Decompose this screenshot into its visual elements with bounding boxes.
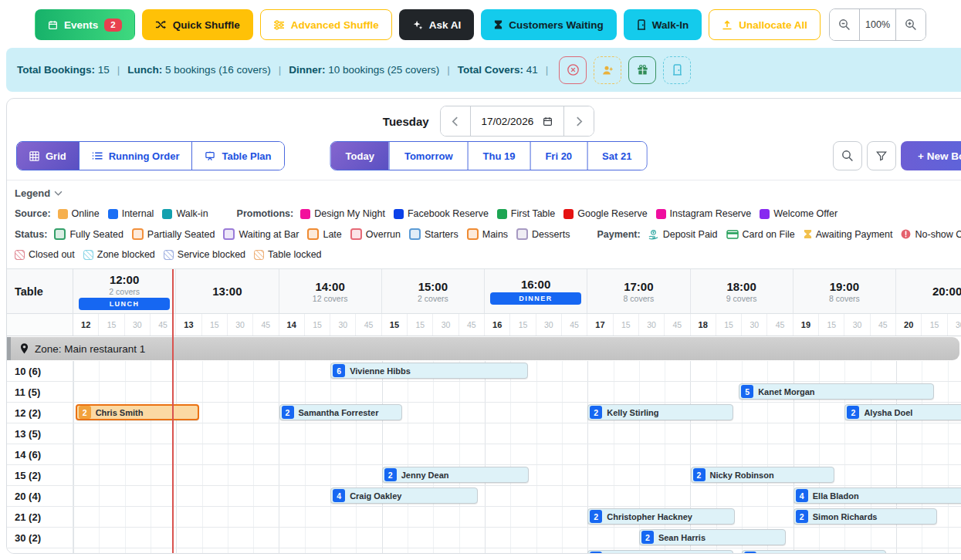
party-size-badge: 4 (333, 489, 345, 502)
events-button[interactable]: Events 2 (35, 9, 135, 40)
booking-bar-christopher-hackney[interactable]: 2Christopher Hackney (587, 508, 735, 525)
table-label-11-5: 11 (5) (7, 382, 73, 402)
ask-ai-button[interactable]: Ask AI (399, 9, 475, 40)
party-size-badge: 2 (744, 552, 756, 554)
waiting-at-bar-swatch (223, 228, 235, 240)
legend-item-overrun: Overrun (350, 228, 401, 240)
booking-bar-vivienne-hibbs[interactable]: 6Vivienne Hibbs (330, 363, 528, 379)
guest-name: Simon Richards (813, 512, 878, 521)
table-row-14-6: 14 (6) (7, 444, 961, 465)
party-size-badge: 2 (384, 468, 397, 481)
door-icon (672, 64, 682, 76)
date-value: 17/02/2026 (482, 116, 534, 127)
booking-bar-craig-oakley[interactable]: 4Craig Oakley (330, 487, 478, 504)
tab-fri-20[interactable]: Fri 20 (530, 142, 587, 170)
table-column-header: Table (7, 269, 73, 313)
booking-bar-nicky-robinson[interactable]: 2Nicky Robinson (691, 467, 835, 483)
filter-button[interactable] (867, 141, 896, 170)
guest-name: Vivienne Hibbs (350, 366, 411, 376)
table-row-11-5: 11 (5)5Kanet Morgan (7, 382, 961, 403)
total-covers-stat: Total Covers: 41 (458, 64, 538, 76)
booking-bar-ella-bladon[interactable]: 4Ella Bladon (794, 487, 961, 504)
lunch-service-pill: LUNCH (79, 298, 170, 310)
legend-item-fully-seated: Fully Seated (54, 228, 123, 240)
walk-in-button[interactable]: Walk-In (624, 9, 702, 40)
booking-bar-chris-smith[interactable]: 2Chris Smith (76, 404, 199, 420)
design-my-night-swatch (300, 209, 310, 219)
guest-name: Christopher Hackney (607, 512, 692, 521)
tab-sat-21[interactable]: Sat 21 (587, 142, 646, 170)
hour-header-18: 18:009 covers (691, 269, 794, 313)
party-size-badge: 2 (847, 406, 859, 419)
sliders-icon (273, 20, 285, 30)
gift-filter-button[interactable] (628, 56, 656, 84)
walk-in-guests-filter-button[interactable] (594, 56, 621, 84)
starters-swatch (409, 228, 421, 240)
partially-seated-swatch (132, 228, 144, 240)
grid-tick-row: 1215304513153045141530451515304516153045… (7, 314, 961, 336)
booking-bar-shelley-meredith[interactable]: 2Shelley Meredith (742, 550, 886, 554)
zone-blocked-swatch (83, 250, 93, 260)
zoom-level: 100% (859, 9, 896, 40)
table-label-12-2: 12 (2) (7, 403, 73, 423)
tab-table-plan[interactable]: Table Plan (191, 142, 283, 170)
card-icon (726, 230, 739, 239)
unallocate-all-button[interactable]: Unallocate All (709, 9, 821, 40)
closed-out-filter-button[interactable] (559, 56, 587, 84)
legend-blocked-row: Closed outZone blockedService blockedTab… (15, 249, 961, 260)
quick-shuffle-button[interactable]: Quick Shuffle (142, 9, 253, 40)
mains-swatch (467, 228, 479, 240)
booking-bar-samantha-forrester[interactable]: 2Samantha Forrester (279, 404, 403, 420)
calendar-icon (543, 116, 553, 127)
legend-toggle[interactable]: Legend (15, 187, 961, 199)
internal-swatch (108, 209, 118, 219)
party-size-badge: 2 (590, 552, 602, 554)
table-label-13-5: 13 (5) (7, 423, 73, 444)
tab-today[interactable]: Today (331, 142, 389, 170)
legend-item-welcome-offer: Welcome Offer (760, 208, 837, 219)
search-button[interactable] (833, 141, 862, 170)
legend-item-internal: Internal (108, 208, 154, 219)
shuffle-icon (155, 19, 167, 30)
door-icon (637, 19, 646, 30)
legend-source-promotions-row: Source: OnlineInternalWalk-in Promotions… (15, 208, 961, 219)
booking-bar-alysha-doel[interactable]: 2Alysha Doel (844, 404, 961, 420)
dinner-stat: Dinner: 10 bookings (25 covers) (289, 64, 439, 76)
booking-bar-simon-richards[interactable]: 2Simon Richards (794, 508, 938, 525)
legend-item-design-my-night: Design My Night (300, 208, 385, 219)
legend-item-walk-in: Walk-in (162, 208, 208, 219)
guest-name: Shelley Meredith (761, 554, 828, 555)
chevron-down-icon (54, 191, 63, 196)
booking-bar-jenny-dean[interactable]: 2Jenny Dean (382, 467, 530, 483)
customers-waiting-button[interactable]: Customers Waiting (481, 9, 617, 40)
tab-running-order[interactable]: Running Order (79, 142, 192, 170)
party-size-badge: 2 (641, 531, 654, 544)
easel-icon (205, 150, 215, 161)
table-row-31-2: 31 (2)2Tristan Elsworth2Shelley Meredith (7, 548, 961, 554)
tab-grid[interactable]: Grid (17, 142, 79, 170)
booking-bar-tristan-elsworth[interactable]: 2Tristan Elsworth (587, 550, 733, 554)
walk-in-door-filter-button[interactable] (663, 56, 691, 84)
booking-bar-kelly-stirling[interactable]: 2Kelly Stirling (587, 404, 733, 420)
instagram-reserve-swatch (656, 209, 666, 219)
tab-tomorrow[interactable]: Tomorrow (389, 142, 468, 170)
tab-thu-19[interactable]: Thu 19 (468, 142, 530, 170)
payment-label: Payment: (597, 229, 640, 240)
booking-bar-sean-harris[interactable]: 2Sean Harris (639, 529, 787, 545)
booking-bar-kanet-morgan[interactable]: 5Kanet Morgan (739, 383, 934, 400)
circle-x-icon (567, 63, 580, 76)
table-label-14-6: 14 (6) (7, 444, 73, 464)
current-time-indicator (172, 269, 174, 554)
facebook-reserve-swatch (394, 209, 404, 219)
table-row-30-2: 30 (2)2Sean Harris (7, 528, 961, 548)
zoom-in-button[interactable] (896, 9, 925, 40)
service-blocked-swatch (164, 250, 174, 260)
date-picker[interactable]: 17/02/2026 (470, 106, 565, 136)
booking-grid: Table 12:002 coversLUNCH13:0014:0012 cov… (7, 268, 961, 554)
previous-day-button[interactable] (441, 106, 470, 136)
advanced-shuffle-button[interactable]: Advanced Shuffle (260, 9, 392, 40)
new-booking-button[interactable]: + New Booking (901, 141, 961, 170)
next-day-button[interactable] (564, 106, 594, 136)
legend-item-waiting-at-bar: Waiting at Bar (223, 228, 299, 240)
zoom-out-button[interactable] (830, 9, 859, 40)
